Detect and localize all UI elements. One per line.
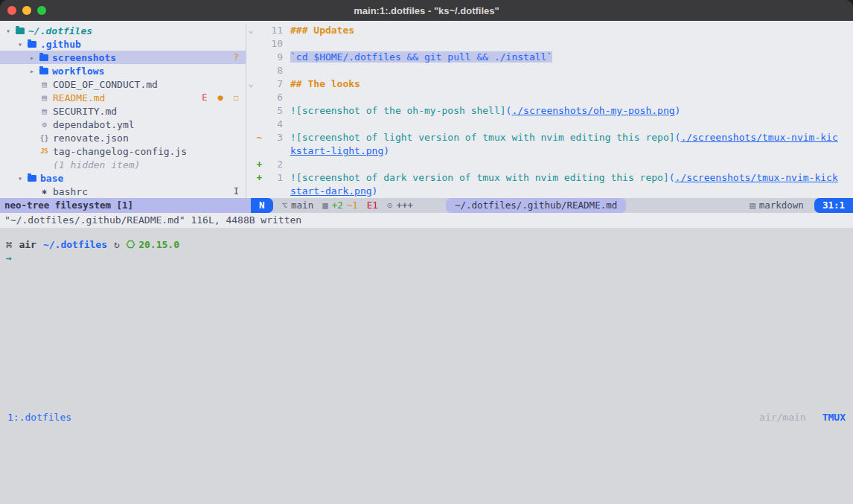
line-text: `cd $HOME/.dotfiles && git pull && ./ins… <box>290 51 552 64</box>
fold-marker-icon[interactable] <box>246 185 255 198</box>
fold-marker-icon[interactable]: ⌄ <box>246 24 255 37</box>
prompt-input[interactable]: → <box>6 252 853 267</box>
tree-item[interactable]: ▸workflows <box>0 64 246 77</box>
filetype-icon: ▤ <box>750 200 755 211</box>
tree-item[interactable]: ▤CODE_OF_CONDUCT.md <box>0 77 246 91</box>
tmux-window-tab[interactable]: 1:.dotfiles <box>7 412 71 423</box>
line-text: kstart-light.png) <box>290 144 389 158</box>
editor-line[interactable]: +2 <box>246 158 853 171</box>
fold-marker-icon[interactable] <box>246 37 255 51</box>
fold-marker-icon[interactable]: ⌄ <box>246 77 255 91</box>
fold-marker-icon[interactable] <box>246 131 255 144</box>
line-number: 3 <box>263 131 283 144</box>
line-number: 9 <box>263 51 283 64</box>
cursor-position: 31:1 <box>814 198 853 213</box>
folder-icon <box>16 28 25 34</box>
editor-line[interactable]: 9`cd $HOME/.dotfiles && git pull && ./in… <box>246 51 853 64</box>
git-sign <box>255 144 263 158</box>
editor-line[interactable]: start-dark.png) <box>246 185 853 198</box>
expander-icon[interactable]: ▸ <box>28 54 36 62</box>
nvim-main: ▾~/.dotfiles▾.github▸screenshots?▸workfl… <box>0 21 853 198</box>
editor-line[interactable]: kstart-light.png) <box>246 144 853 158</box>
tree-item[interactable]: ▾base <box>0 171 246 185</box>
line-text: ### Updates <box>290 24 354 37</box>
titlebar: main:1:.dotfiles - "ks~/.dotfiles" <box>0 0 853 21</box>
expander-icon[interactable]: ▾ <box>16 40 24 48</box>
git-sync-icon: ↻ <box>114 239 120 250</box>
tree-item[interactable]: JStag-changelog-config.js <box>0 144 246 158</box>
fold-marker-icon[interactable] <box>246 91 255 104</box>
folder-icon <box>39 54 48 61</box>
tree-item[interactable]: ▤README.mdE●☐ <box>0 91 246 104</box>
command-line: "~/.dotfiles/.github/README.md" 116L, 44… <box>0 213 853 228</box>
line-number <box>263 185 283 198</box>
line-text: ## The looks <box>290 77 360 91</box>
tmux-right: air/main TMUX <box>759 412 846 423</box>
tree-item[interactable]: ✱bashrcI <box>0 185 246 198</box>
file-tree[interactable]: ▾~/.dotfiles▾.github▸screenshots?▸workfl… <box>0 24 246 198</box>
line-number: 7 <box>263 77 283 91</box>
line-number: 6 <box>263 91 283 104</box>
fold-marker-icon[interactable] <box>246 144 255 158</box>
tree-item[interactable]: (1 hidden item) <box>0 158 246 171</box>
expander-icon[interactable]: ▾ <box>16 174 24 182</box>
git-sign: + <box>255 171 263 185</box>
tmux-label: TMUX <box>822 412 846 423</box>
fold-marker-icon[interactable] <box>246 118 255 131</box>
tree-item-badge: ● <box>218 92 223 103</box>
line-number: 1 <box>263 171 283 185</box>
expander-icon[interactable]: ▾ <box>4 27 12 35</box>
editor-line[interactable]: +1![screenshot of dark version of tmux w… <box>246 171 853 185</box>
line-text: start-dark.png) <box>290 185 377 198</box>
line-number: 4 <box>263 118 283 131</box>
editor-line[interactable]: 5![screenshot of the oh-my-posh shell](.… <box>246 104 853 118</box>
tree-item[interactable]: ▤SECURITY.md <box>0 104 246 118</box>
tree-item[interactable]: ▾~/.dotfiles <box>0 24 246 37</box>
editor-line[interactable]: ⌄7## The looks <box>246 77 853 91</box>
tree-item-label: tag-changelog-config.js <box>53 146 187 157</box>
braces-icon: {} <box>39 134 49 142</box>
fold-marker-icon[interactable] <box>246 51 255 64</box>
git-branch-segment: ⌥ main <box>282 200 314 211</box>
status-row: neo-tree filesystem [1] N ⌥ main ▦ +2 ~1… <box>0 198 853 213</box>
misc-icon: ⊙ <box>387 200 393 211</box>
line-number <box>263 144 283 158</box>
line-number: 11 <box>263 24 283 37</box>
tree-item-label: workflows <box>52 66 104 77</box>
fold-marker-icon[interactable] <box>246 171 255 185</box>
editor-line[interactable]: 4 <box>246 118 853 131</box>
fold-marker-icon[interactable] <box>246 158 255 171</box>
tree-item-label: renovate.json <box>53 133 129 144</box>
fold-marker-icon[interactable] <box>246 104 255 118</box>
line-number: 10 <box>263 37 283 51</box>
markdown-icon: ▤ <box>39 106 49 116</box>
editor-line[interactable]: 6 <box>246 91 853 104</box>
line-number: 8 <box>263 64 283 77</box>
editor-line[interactable]: ~3![screenshot of light version of tmux … <box>246 131 853 144</box>
git-sign <box>255 185 263 198</box>
folder-icon <box>28 41 36 48</box>
tree-item-label: base <box>40 173 63 184</box>
markdown-icon: ▤ <box>39 93 49 103</box>
git-diff-segment: ▦ +2 ~1 <box>322 200 358 211</box>
tree-item[interactable]: {}renovate.json <box>0 131 246 144</box>
editor-line[interactable]: 8 <box>246 64 853 77</box>
gear-icon: ⚙ <box>39 120 49 130</box>
tree-item[interactable]: ⚙dependabot.yml <box>0 118 246 131</box>
tree-item[interactable]: ▸screenshots? <box>0 51 246 64</box>
branch-name: main <box>291 200 313 211</box>
tree-item[interactable]: ▾.github <box>0 37 246 51</box>
expander-icon[interactable]: ▸ <box>28 67 36 75</box>
git-sign <box>255 64 263 77</box>
close-button[interactable] <box>7 6 16 15</box>
editor-line[interactable]: 10 <box>246 37 853 51</box>
node-version-segment: ⎔ 20.15.0 <box>127 239 179 250</box>
terminal-window: main:1:.dotfiles - "ks~/.dotfiles" ▾~/.d… <box>0 0 853 504</box>
editor-lines[interactable]: ⌄11### Updates109`cd $HOME/.dotfiles && … <box>246 24 853 198</box>
prompt-path: ~/.dotfiles <box>43 239 107 250</box>
fold-marker-icon[interactable] <box>246 64 255 77</box>
minimize-button[interactable] <box>22 6 31 15</box>
editor-line[interactable]: ⌄11### Updates <box>246 24 853 37</box>
zoom-button[interactable] <box>37 6 46 15</box>
shell-pane[interactable]: ⌘ air ~/.dotfiles ↻ ⎔ 20.15.0 → <box>0 228 853 331</box>
